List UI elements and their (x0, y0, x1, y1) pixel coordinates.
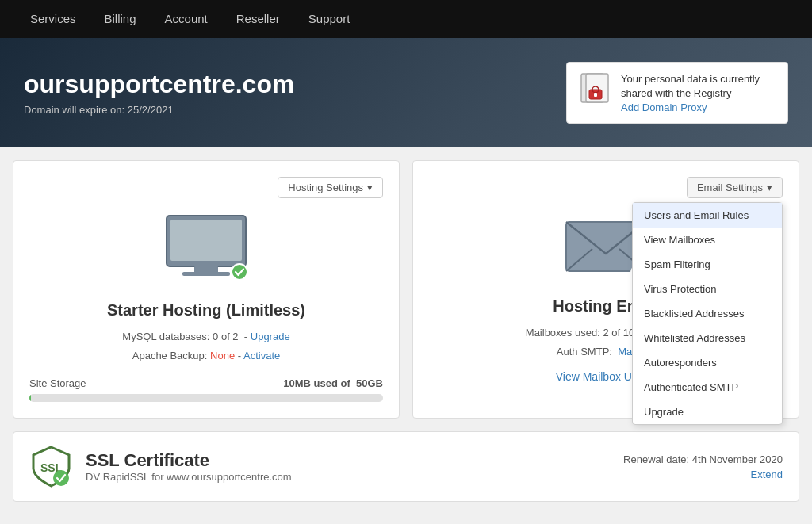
add-domain-proxy-link[interactable]: Add Domain Proxy (621, 101, 707, 113)
hero-domain-info: oursupportcentre.com Domain will expire … (24, 70, 294, 116)
ssl-extend-link[interactable]: Extend (623, 469, 783, 480)
svg-rect-4 (594, 93, 597, 97)
svg-rect-6 (170, 220, 242, 261)
mailboxes-value: 2 of 10 (603, 327, 634, 338)
dropdown-users-email-rules[interactable]: Users and Email Rules (633, 203, 782, 228)
backup-label: Apache Backup: (132, 350, 208, 361)
mailboxes-label: Mailboxes used: (526, 327, 600, 338)
hosting-info: MySQL databases: 0 of 2 - Upgrade Apache… (122, 327, 289, 365)
backup-none: None (210, 350, 235, 361)
hosting-title: Starter Hosting (Limitless) (107, 301, 305, 319)
email-card-header: Email Settings ▾ Users and Email Rules V… (429, 177, 783, 198)
mysql-value: 0 of 2 (213, 331, 239, 342)
dropdown-blacklisted[interactable]: Blacklisted Addresses (633, 301, 782, 326)
hosting-card-header: Hosting Settings ▾ (29, 177, 383, 198)
hosting-settings-button[interactable]: Hosting Settings ▾ (278, 177, 383, 198)
svg-point-9 (232, 265, 247, 279)
email-settings-dropdown: Users and Email Rules View Mailboxes Spa… (632, 202, 783, 425)
domain-name: oursupportcentre.com (24, 70, 294, 99)
hero-banner: oursupportcentre.com Domain will expire … (0, 38, 812, 147)
svg-rect-7 (194, 266, 218, 273)
dropdown-spam-filtering[interactable]: Spam Filtering (633, 252, 782, 277)
dropdown-auth-smtp[interactable]: Authenticated SMTP (633, 375, 782, 400)
dropdown-upgrade[interactable]: Upgrade (633, 400, 782, 424)
ssl-text-block: SSL Certificate DV RapidSSL for www.ours… (86, 450, 292, 483)
email-settings-label: Email Settings (697, 182, 763, 193)
storage-label-row: Site Storage 10MB used of 50GB (29, 377, 383, 389)
svg-rect-8 (182, 272, 230, 276)
monitor-icon-wrap (163, 214, 250, 285)
nav-account[interactable]: Account (151, 0, 222, 38)
storage-usage: 10MB used of 50GB (283, 377, 383, 389)
ssl-shield-icon: SSL (29, 445, 73, 488)
storage-progress-fill (29, 394, 31, 402)
hosting-check-badge (231, 263, 248, 281)
smtp-label: Auth SMTP: (557, 346, 612, 358)
ssl-card: SSL SSL Certificate DV RapidSSL for www.… (13, 431, 799, 502)
nav-support[interactable]: Support (294, 0, 365, 38)
storage-total: 50GB (356, 377, 383, 389)
email-card: Email Settings ▾ Users and Email Rules V… (412, 160, 799, 419)
privacy-notice: Your personal data is currently shared w… (566, 62, 788, 124)
hosting-settings-label: Hosting Settings (288, 182, 363, 193)
domain-expiry: Domain will expire on: 25/2/2021 (24, 104, 294, 116)
dropdown-virus-protection[interactable]: Virus Protection (633, 277, 782, 301)
hosting-card: Hosting Settings ▾ (13, 160, 400, 419)
storage-used-text: 10MB used of (283, 377, 350, 389)
main-content: Hosting Settings ▾ (0, 147, 812, 514)
svg-point-15 (53, 470, 69, 486)
ssl-left: SSL SSL Certificate DV RapidSSL for www.… (29, 445, 292, 488)
ssl-title: SSL Certificate (86, 450, 292, 471)
dropdown-view-mailboxes[interactable]: View Mailboxes (633, 228, 782, 252)
ssl-subtitle: DV RapidSSL for www.oursupportcentre.com (86, 471, 292, 483)
ssl-right: Renewal date: 4th November 2020 Extend (623, 453, 783, 480)
top-navigation: Services Billing Account Reseller Suppor… (0, 0, 812, 38)
registry-icon (580, 72, 611, 112)
dropdown-whitelisted[interactable]: Whitelisted Addresses (633, 326, 782, 350)
nav-services[interactable]: Services (16, 0, 90, 38)
dropdown-autoresponders[interactable]: Autoresponders (633, 350, 782, 375)
email-settings-button[interactable]: Email Settings ▾ (687, 177, 783, 198)
storage-progress-bar (29, 394, 383, 402)
storage-label-text: Site Storage (29, 377, 86, 389)
ssl-icon-wrap: SSL (29, 445, 73, 488)
mysql-label: MySQL databases: (122, 331, 209, 342)
ssl-renewal-date: Renewal date: 4th November 2020 (623, 453, 783, 465)
backup-activate-link[interactable]: Activate (243, 350, 280, 361)
chevron-down-icon: ▾ (367, 182, 373, 193)
cards-row: Hosting Settings ▾ (13, 160, 799, 419)
mysql-upgrade-link[interactable]: Upgrade (251, 331, 290, 342)
backup-sep: - (238, 350, 243, 361)
nav-reseller[interactable]: Reseller (222, 0, 294, 38)
notice-text-block: Your personal data is currently shared w… (621, 72, 775, 113)
storage-section: Site Storage 10MB used of 50GB (29, 377, 383, 402)
email-chevron-icon: ▾ (767, 182, 772, 193)
notice-text: Your personal data is currently shared w… (621, 72, 775, 101)
nav-billing[interactable]: Billing (90, 0, 151, 38)
